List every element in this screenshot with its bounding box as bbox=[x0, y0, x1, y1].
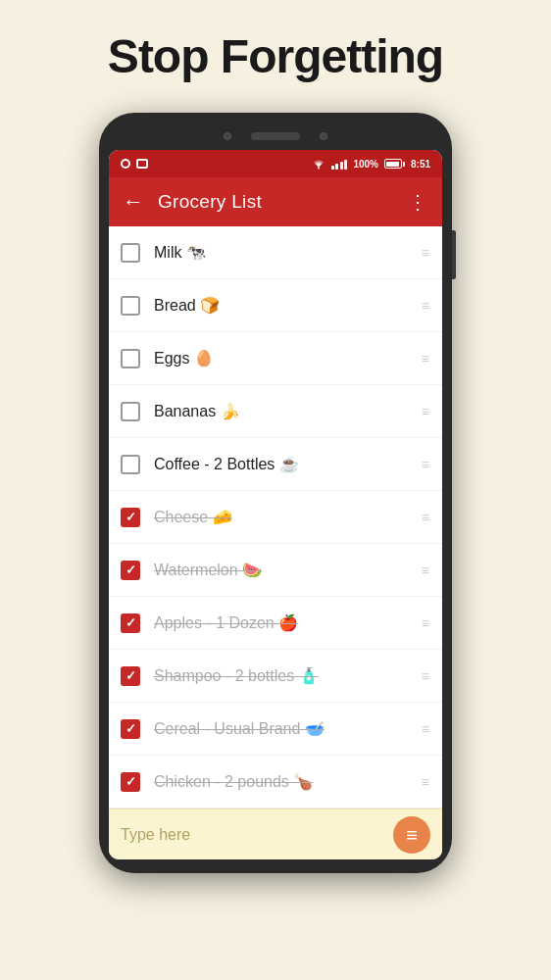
phone-frame: 100% 8:51 ← Grocery List ⋮ Milk 🐄≡Bread … bbox=[99, 113, 452, 873]
drag-handle-icon[interactable]: ≡ bbox=[422, 668, 430, 684]
item-checkbox[interactable] bbox=[121, 296, 140, 316]
drag-handle-icon[interactable]: ≡ bbox=[422, 774, 430, 790]
status-time: 8:51 bbox=[411, 159, 430, 170]
item-label: Shampoo - 2 bottles 🧴 bbox=[154, 666, 414, 685]
type-here-input[interactable]: Type here bbox=[121, 826, 393, 844]
svg-point-0 bbox=[318, 167, 320, 169]
item-label: Cereal - Usual Brand 🥣 bbox=[154, 719, 414, 738]
list-item: Shampoo - 2 bottles 🧴≡ bbox=[109, 650, 442, 703]
item-checkbox[interactable] bbox=[121, 243, 140, 263]
phone-screen: 100% 8:51 ← Grocery List ⋮ Milk 🐄≡Bread … bbox=[109, 150, 442, 859]
list-item: Bread 🍞≡ bbox=[109, 279, 442, 332]
item-label: Cheese 🧀 bbox=[154, 508, 414, 526]
phone-speaker bbox=[251, 132, 300, 140]
item-label: Watermelon 🍉 bbox=[154, 561, 414, 579]
list-item: Coffee - 2 Bottles ☕≡ bbox=[109, 438, 442, 491]
bottom-input-bar: Type here ≡ bbox=[109, 808, 442, 859]
list-item: Cheese 🧀≡ bbox=[109, 491, 442, 544]
item-label: Milk 🐄 bbox=[154, 243, 414, 262]
list-item: Apples - 1 Dozen 🍎≡ bbox=[109, 597, 442, 650]
drag-handle-icon[interactable]: ≡ bbox=[422, 245, 430, 261]
item-checkbox[interactable] bbox=[121, 455, 140, 474]
item-label: Bread 🍞 bbox=[154, 296, 414, 315]
signal-bars-icon bbox=[331, 158, 348, 170]
phone-camera bbox=[224, 132, 231, 140]
add-icon: ≡ bbox=[406, 825, 418, 845]
drag-handle-icon[interactable]: ≡ bbox=[422, 404, 430, 419]
grocery-list: Milk 🐄≡Bread 🍞≡Eggs 🥚≡Bananas 🍌≡Coffee -… bbox=[109, 226, 442, 808]
back-button[interactable]: ← bbox=[123, 189, 144, 215]
status-circle-icon bbox=[121, 159, 130, 169]
phone-top-bar bbox=[109, 126, 442, 150]
status-rect-icon bbox=[136, 159, 148, 169]
add-item-button[interactable]: ≡ bbox=[393, 816, 430, 854]
item-checkbox[interactable] bbox=[121, 719, 140, 739]
item-label: Chicken - 2 pounds 🍗 bbox=[154, 772, 414, 791]
app-bar-title: Grocery List bbox=[158, 191, 394, 213]
item-checkbox[interactable] bbox=[121, 772, 140, 792]
status-left-icons bbox=[121, 159, 148, 169]
drag-handle-icon[interactable]: ≡ bbox=[422, 298, 430, 314]
list-item: Milk 🐄≡ bbox=[109, 226, 442, 279]
drag-handle-icon[interactable]: ≡ bbox=[422, 457, 430, 472]
list-item: Bananas 🍌≡ bbox=[109, 385, 442, 438]
list-item: Cereal - Usual Brand 🥣≡ bbox=[109, 703, 442, 756]
status-bar: 100% 8:51 bbox=[109, 150, 442, 177]
battery-percent: 100% bbox=[353, 159, 378, 170]
wifi-icon bbox=[312, 159, 326, 170]
item-checkbox[interactable] bbox=[121, 508, 140, 527]
phone-camera-2 bbox=[320, 132, 327, 140]
item-label: Eggs 🥚 bbox=[154, 349, 414, 368]
item-label: Bananas 🍌 bbox=[154, 402, 414, 420]
battery-icon bbox=[384, 159, 405, 169]
list-item: Eggs 🥚≡ bbox=[109, 332, 442, 385]
drag-handle-icon[interactable]: ≡ bbox=[422, 563, 430, 578]
item-checkbox[interactable] bbox=[121, 561, 140, 580]
item-checkbox[interactable] bbox=[121, 402, 140, 421]
drag-handle-icon[interactable]: ≡ bbox=[422, 615, 430, 631]
overflow-menu-button[interactable]: ⋮ bbox=[408, 190, 428, 214]
page-headline: Stop Forgetting bbox=[108, 29, 443, 83]
item-label: Apples - 1 Dozen 🍎 bbox=[154, 613, 414, 632]
drag-handle-icon[interactable]: ≡ bbox=[422, 351, 430, 367]
status-right-info: 100% 8:51 bbox=[312, 158, 430, 170]
item-checkbox[interactable] bbox=[121, 666, 140, 686]
list-item: Chicken - 2 pounds 🍗≡ bbox=[109, 756, 442, 808]
drag-handle-icon[interactable]: ≡ bbox=[422, 721, 430, 737]
item-label: Coffee - 2 Bottles ☕ bbox=[154, 455, 414, 473]
app-bar: ← Grocery List ⋮ bbox=[109, 177, 442, 226]
item-checkbox[interactable] bbox=[121, 349, 140, 368]
phone-side-button bbox=[452, 230, 456, 279]
item-checkbox[interactable] bbox=[121, 613, 140, 633]
drag-handle-icon[interactable]: ≡ bbox=[422, 510, 430, 525]
list-item: Watermelon 🍉≡ bbox=[109, 544, 442, 597]
